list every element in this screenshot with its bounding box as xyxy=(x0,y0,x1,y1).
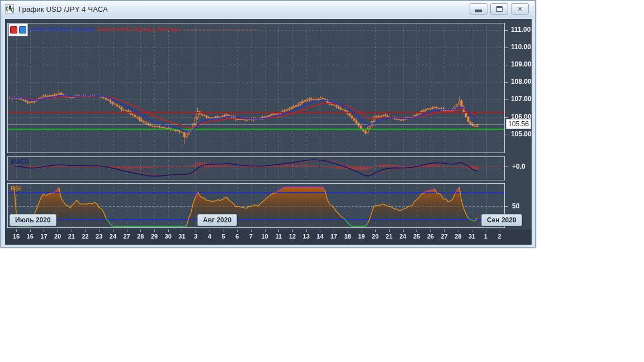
restore-button[interactable] xyxy=(490,3,508,15)
window-title: График USD /JPY 4 ЧАСА xyxy=(18,5,108,13)
minimize-button[interactable] xyxy=(470,3,487,15)
desktop: { "window": { "title": "График USD /JPY … xyxy=(0,0,644,362)
restore-icon xyxy=(496,6,503,12)
titlebar[interactable]: График USD /JPY 4 ЧАСА ✕ xyxy=(1,1,534,17)
chart-client: Exponential_Moving_Average Exponential_M… xyxy=(5,19,532,245)
close-button[interactable]: ✕ xyxy=(511,3,529,15)
close-icon: ✕ xyxy=(517,6,522,12)
candlestick-chart-icon xyxy=(5,4,15,13)
minimize-icon xyxy=(475,9,482,12)
window-controls: ✕ xyxy=(470,3,529,15)
chart-window: График USD /JPY 4 ЧАСА ✕ Exponential_Mov… xyxy=(0,0,536,247)
chart-canvas[interactable] xyxy=(5,19,532,245)
